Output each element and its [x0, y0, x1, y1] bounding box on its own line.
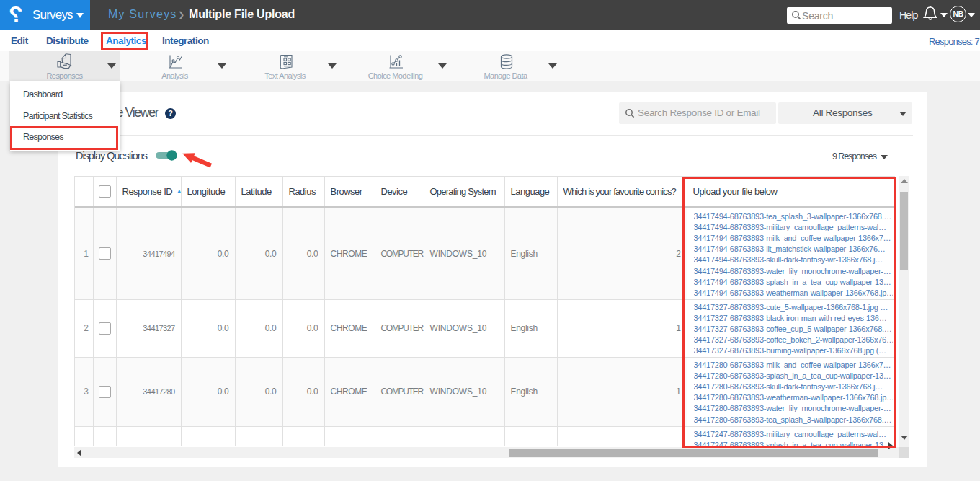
svg-text:?: ? — [9, 3, 23, 27]
